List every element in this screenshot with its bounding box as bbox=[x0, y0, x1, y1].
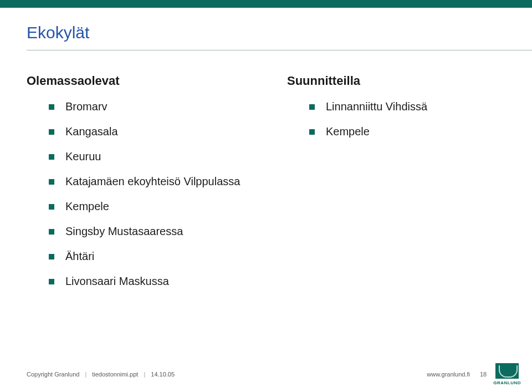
divider bbox=[27, 50, 532, 50]
bullet-icon bbox=[49, 154, 54, 160]
list-item-label: Ähtäri bbox=[65, 250, 94, 263]
list-item-label: Kangasala bbox=[65, 125, 118, 138]
list-item: Katajamäen ekoyhteisö Vilppulassa bbox=[27, 175, 287, 188]
bullet-icon bbox=[49, 279, 54, 284]
list-item-label: Singsby Mustasaaressa bbox=[65, 225, 183, 238]
list-item-label: Katajamäen ekoyhteisö Vilppulassa bbox=[65, 175, 240, 188]
column-planned-heading: Suunnitteilla bbox=[287, 74, 509, 88]
footer-copyright: Copyright Granlund bbox=[27, 371, 79, 378]
bullet-icon bbox=[49, 129, 54, 135]
footer-separator: | bbox=[144, 371, 145, 378]
bullet-icon bbox=[49, 229, 54, 235]
bullet-icon bbox=[309, 104, 315, 110]
bullet-icon bbox=[49, 204, 54, 210]
footer-filename: tiedostonnimi.ppt bbox=[92, 371, 138, 378]
list-item: Kempele bbox=[287, 125, 509, 138]
bullet-icon bbox=[49, 179, 54, 185]
list-item: Livonsaari Maskussa bbox=[27, 275, 287, 288]
list-item: Keuruu bbox=[27, 150, 287, 163]
page-title: Ekokylät bbox=[27, 23, 505, 42]
brand-logo-icon bbox=[495, 363, 519, 379]
footer: Copyright Granlund | tiedostonnimi.ppt |… bbox=[0, 363, 532, 385]
list-item: Kangasala bbox=[27, 125, 287, 138]
column-planned: Suunnitteilla Linnanniittu Vihdissä Kemp… bbox=[287, 74, 509, 300]
list-item-label: Livonsaari Maskussa bbox=[65, 275, 169, 288]
list-item-label: Linnanniittu Vihdissä bbox=[326, 100, 427, 113]
list-item-label: Kempele bbox=[65, 200, 109, 213]
bullet-icon bbox=[49, 104, 54, 110]
footer-url: www.granlund.fi bbox=[427, 371, 470, 378]
footer-date: 14.10.05 bbox=[151, 371, 175, 378]
footer-separator: | bbox=[85, 371, 86, 378]
bullet-icon bbox=[309, 129, 315, 135]
content-area: Ekokylät Olemassaolevat Bromarv Kangasal… bbox=[0, 8, 532, 300]
columns: Olemassaolevat Bromarv Kangasala Keuruu … bbox=[27, 74, 505, 300]
brand-logo: GRANLUND bbox=[493, 363, 521, 385]
list-item-label: Kempele bbox=[326, 125, 370, 138]
top-accent-bar bbox=[0, 0, 532, 8]
list-item-label: Bromarv bbox=[65, 100, 108, 113]
list-item: Singsby Mustasaaressa bbox=[27, 225, 287, 238]
list-item: Linnanniittu Vihdissä bbox=[287, 100, 509, 113]
list-item: Ähtäri bbox=[27, 250, 287, 263]
column-existing: Olemassaolevat Bromarv Kangasala Keuruu … bbox=[27, 74, 287, 300]
list-item-label: Keuruu bbox=[65, 150, 101, 163]
column-existing-heading: Olemassaolevat bbox=[27, 74, 287, 88]
list-item: Kempele bbox=[27, 200, 287, 213]
footer-page-number: 18 bbox=[480, 371, 487, 378]
brand-logo-text: GRANLUND bbox=[493, 381, 521, 385]
bullet-icon bbox=[49, 254, 54, 259]
list-item: Bromarv bbox=[27, 100, 287, 113]
